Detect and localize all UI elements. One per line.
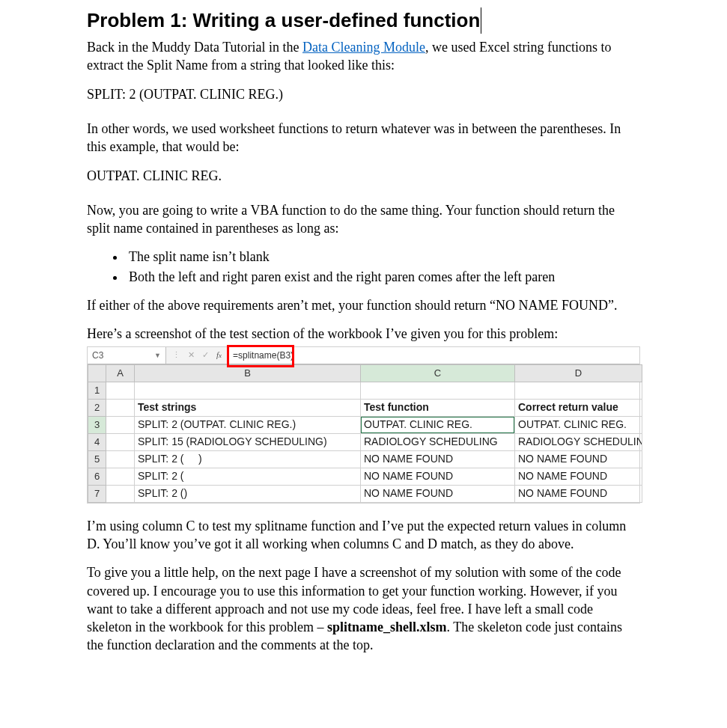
after-excel-paragraph: I’m using column C to test my splitname … xyxy=(87,517,640,554)
row-header[interactable]: 4 xyxy=(88,433,106,450)
cell[interactable]: NO NAME FOUND xyxy=(515,468,642,485)
cell[interactable] xyxy=(515,382,642,399)
cell[interactable] xyxy=(106,416,135,433)
data-cleaning-module-link[interactable]: Data Cleaning Module xyxy=(302,40,425,55)
name-box-value: C3 xyxy=(92,349,103,361)
column-header-a[interactable]: A xyxy=(106,364,135,382)
table-row: 6 SPLIT: 2 ( NO NAME FOUND NO NAME FOUND xyxy=(88,468,642,485)
requirement-item: Both the left and right paren exist and … xyxy=(126,268,640,286)
row-header[interactable]: 1 xyxy=(88,382,106,399)
task-intro: Now, you are going to write a VBA functi… xyxy=(87,201,640,238)
cell[interactable]: SPLIT: 2 () xyxy=(135,485,361,502)
cell[interactable] xyxy=(135,382,361,399)
intro-prefix: Back in the Muddy Data Tutorial in the xyxy=(87,40,302,55)
cell-header-test-strings[interactable]: Test strings xyxy=(135,399,361,416)
chevron-down-icon: ▼ xyxy=(154,351,161,360)
document-page: Problem 1: Writing a user-defined functi… xyxy=(0,0,727,688)
extracted-value: OUTPAT. CLINIC REG. xyxy=(87,167,640,185)
ellipsis-icon: ⋮ xyxy=(172,349,180,361)
column-header-c[interactable]: C xyxy=(361,364,515,382)
row-header[interactable]: 3 xyxy=(88,416,106,433)
cell[interactable]: RADIOLOGY SCHEDULING xyxy=(515,433,642,450)
accept-icon[interactable]: ✓ xyxy=(202,349,209,361)
cell-header-correct-return[interactable]: Correct return value xyxy=(515,399,642,416)
row-header[interactable]: 6 xyxy=(88,468,106,485)
table-row: 3 SPLIT: 2 (OUTPAT. CLINIC REG.) OUTPAT.… xyxy=(88,416,642,433)
row-header[interactable]: 7 xyxy=(88,485,106,502)
screenshot-intro: Here’s a screenshot of the test section … xyxy=(87,325,640,343)
sample-string: SPLIT: 2 (OUTPAT. CLINIC REG.) xyxy=(87,85,640,103)
table-row: 5 SPLIT: 2 ( ) NO NAME FOUND NO NAME FOU… xyxy=(88,450,642,468)
page-title: Problem 1: Writing a user-defined functi… xyxy=(87,7,481,34)
formula-input[interactable]: =splitname(B3) xyxy=(228,347,639,364)
row-header[interactable]: 5 xyxy=(88,450,106,468)
table-row: 4 SPLIT: 15 (RADIOLOGY SCHEDULING) RADIO… xyxy=(88,433,642,450)
cell[interactable] xyxy=(106,450,135,468)
excel-screenshot: C3 ▼ ⋮ ✕ ✓ fx =splitname(B3) A xyxy=(87,346,640,504)
cell[interactable]: OUTPAT. CLINIC REG. xyxy=(515,416,642,433)
cell[interactable] xyxy=(106,382,135,399)
column-header-d[interactable]: D xyxy=(515,364,642,382)
help-filename: splitname_shell.xlsm xyxy=(327,620,447,634)
spreadsheet-grid: A B C D 1 2 Test strings xyxy=(88,364,642,503)
help-paragraph: To give you a little help, on the next p… xyxy=(87,563,640,654)
cell[interactable]: RADIOLOGY SCHEDULING xyxy=(361,433,515,450)
cell[interactable]: NO NAME FOUND xyxy=(515,450,642,468)
table-row: 2 Test strings Test function Correct ret… xyxy=(88,399,642,416)
cancel-icon[interactable]: ✕ xyxy=(188,349,195,361)
cell[interactable]: NO NAME FOUND xyxy=(515,485,642,502)
cell[interactable]: SPLIT: 2 ( ) xyxy=(135,450,361,468)
cell[interactable]: SPLIT: 2 (OUTPAT. CLINIC REG.) xyxy=(135,416,361,433)
cell-header-test-function[interactable]: Test function xyxy=(361,399,515,416)
cell[interactable] xyxy=(361,382,515,399)
name-box[interactable]: C3 ▼ xyxy=(88,347,166,364)
cell[interactable]: NO NAME FOUND xyxy=(361,468,515,485)
cell[interactable]: NO NAME FOUND xyxy=(361,485,515,502)
error-rule: If either of the above requirements aren… xyxy=(87,296,640,314)
column-header-b[interactable]: B xyxy=(135,364,361,382)
after-sample-paragraph: In other words, we used worksheet functi… xyxy=(87,120,640,156)
requirement-item: The split name isn’t blank xyxy=(126,248,640,266)
table-row: 1 xyxy=(88,382,642,399)
cell[interactable] xyxy=(106,433,135,450)
row-header[interactable]: 2 xyxy=(88,399,106,416)
formula-text: =splitname(B3) xyxy=(233,349,293,361)
select-all-corner[interactable] xyxy=(88,364,106,382)
table-row: 7 SPLIT: 2 () NO NAME FOUND NO NAME FOUN… xyxy=(88,485,642,502)
formula-bar: C3 ▼ ⋮ ✕ ✓ fx =splitname(B3) xyxy=(88,347,639,364)
cell[interactable]: SPLIT: 15 (RADIOLOGY SCHEDULING) xyxy=(135,433,361,450)
cell[interactable]: SPLIT: 2 ( xyxy=(135,468,361,485)
fx-icon[interactable]: fx xyxy=(216,349,222,361)
intro-paragraph: Back in the Muddy Data Tutorial in the D… xyxy=(87,38,640,75)
requirements-list: The split name isn’t blank Both the left… xyxy=(87,248,640,286)
cell-selected[interactable]: OUTPAT. CLINIC REG. xyxy=(361,416,515,433)
cell[interactable]: NO NAME FOUND xyxy=(361,450,515,468)
cell[interactable] xyxy=(106,468,135,485)
cell[interactable] xyxy=(106,485,135,502)
cell[interactable] xyxy=(106,399,135,416)
formula-bar-buttons: ⋮ ✕ ✓ fx xyxy=(166,347,228,364)
